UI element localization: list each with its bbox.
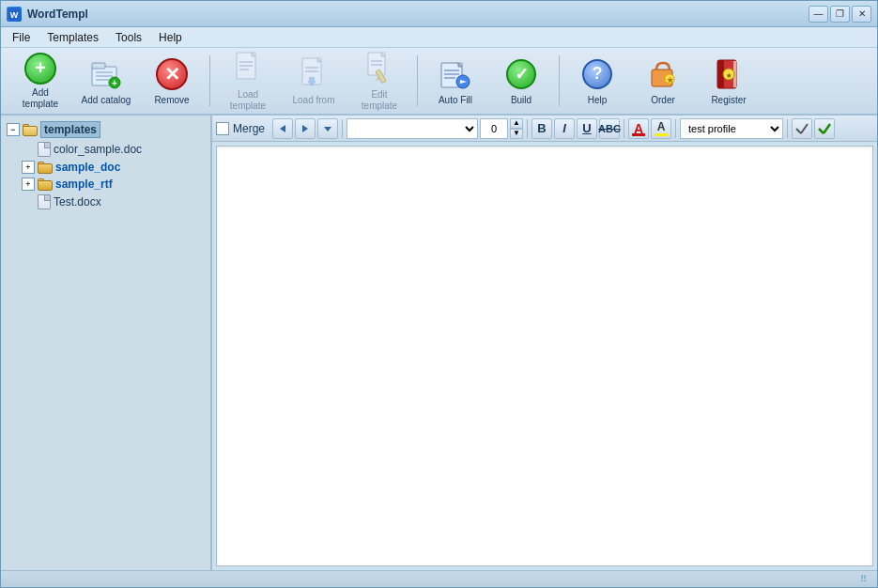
edit-template-label: Edit template — [352, 89, 407, 112]
svg-line-44 — [801, 124, 808, 133]
add-template-button[interactable]: + Add template — [8, 51, 72, 111]
tree-root-label: templates — [40, 121, 100, 138]
menu-file[interactable]: File — [5, 29, 38, 46]
menu-templates[interactable]: Templates — [39, 29, 106, 46]
remove-label: Remove — [154, 95, 189, 106]
tree-expand-sample-doc[interactable]: + — [22, 161, 35, 174]
font-select[interactable] — [347, 118, 478, 139]
resize-grip[interactable] — [860, 574, 871, 585]
minimize-button[interactable]: — — [809, 6, 828, 23]
title-bar-left: W WordTempl — [7, 7, 88, 22]
app-title: WordTempl — [27, 8, 88, 21]
merge-checkbox[interactable] — [216, 122, 229, 135]
nav-add-button[interactable] — [317, 118, 338, 139]
help-icon: ? — [579, 56, 615, 92]
add-template-label: Add template — [13, 87, 68, 110]
font-color-button[interactable]: A — [628, 118, 649, 139]
add-catalog-label: Add catalog — [82, 95, 131, 106]
folder-icon-sample-rtf — [38, 178, 53, 191]
menu-tools[interactable]: Tools — [108, 29, 149, 46]
auto-fill-button[interactable]: Auto Fill — [424, 51, 487, 111]
file-icon-test-docx — [38, 194, 51, 209]
svg-line-43 — [796, 129, 801, 133]
toolbar: + Add template + Add catalog — [1, 48, 877, 116]
highlight-button[interactable]: A — [651, 118, 671, 139]
tree-item-color-sample[interactable]: color_sample.doc — [20, 140, 207, 159]
build-button[interactable]: ✓ Build — [489, 51, 553, 111]
font-color-bar — [632, 133, 645, 136]
toolbar-sep-3 — [559, 55, 560, 106]
close-button[interactable]: ✕ — [852, 6, 871, 23]
highlight-icon: A — [657, 121, 666, 132]
size-up-button[interactable]: ▲ — [510, 118, 523, 129]
app-icon: W — [7, 7, 22, 22]
format-sep-3 — [624, 119, 624, 138]
menu-bar: File Templates Tools Help — [1, 27, 877, 48]
load-from-icon — [296, 56, 331, 92]
font-size-spinner: ▲ ▼ — [510, 118, 523, 139]
help-button[interactable]: ? Help — [565, 51, 629, 111]
merge-checkbox-group: Merge — [216, 122, 265, 135]
tree-label-sample-rtf: sample_rtf — [55, 178, 113, 191]
format-toolbar: Merge ▲ — [212, 116, 877, 142]
tree-label-test-docx: Test.docx — [54, 195, 101, 209]
tree-children: color_sample.doc + sample_doc + — [20, 140, 207, 211]
size-down-button[interactable]: ▼ — [510, 129, 523, 139]
register-icon: ★ — [711, 56, 747, 92]
underline-button[interactable]: U — [577, 118, 597, 139]
merge-label: Merge — [233, 122, 265, 135]
auto-fill-icon — [438, 56, 473, 92]
svg-text:+: + — [112, 78, 117, 88]
help-label: Help — [588, 95, 608, 106]
tree-label-color-sample: color_sample.doc — [54, 143, 142, 156]
tree-label-sample-doc: sample_doc — [55, 161, 120, 174]
file-icon-color-sample — [38, 142, 51, 157]
svg-text:★: ★ — [726, 71, 732, 78]
add-template-icon: + — [23, 53, 58, 85]
nav-prev-button[interactable] — [272, 118, 293, 139]
left-panel: − templates color_sample.doc + — [1, 116, 212, 570]
check-button[interactable] — [814, 118, 835, 139]
verify-button[interactable] — [792, 118, 812, 139]
main-window: W WordTempl — ❐ ✕ File Templates Tools H… — [0, 0, 878, 588]
toolbar-sep-1 — [209, 55, 210, 106]
tree-item-sample-doc[interactable]: + sample_doc — [20, 159, 207, 176]
tree-root[interactable]: − templates — [5, 119, 207, 140]
right-panel: Merge ▲ — [212, 116, 877, 570]
svg-marker-41 — [302, 125, 308, 132]
edit-content[interactable] — [216, 146, 873, 566]
load-template-button[interactable]: Load template — [216, 51, 280, 111]
tree-item-sample-rtf[interactable]: + sample_rtf — [20, 176, 207, 193]
register-button[interactable]: ★ Register — [697, 51, 761, 111]
tree-item-test-docx[interactable]: Test.docx — [20, 193, 207, 211]
tree-expand-sample-rtf[interactable]: + — [22, 178, 35, 191]
format-sep-2 — [527, 119, 528, 138]
edit-template-button[interactable]: Edit template — [347, 51, 411, 111]
remove-icon: ✕ — [154, 56, 190, 92]
status-bar — [1, 570, 877, 587]
load-from-button[interactable]: Load from — [282, 51, 346, 111]
profile-select[interactable]: test profile — [680, 118, 783, 139]
font-size-input[interactable] — [480, 118, 508, 139]
nav-next-button[interactable] — [295, 118, 316, 139]
menu-help[interactable]: Help — [151, 29, 190, 46]
build-icon: ✓ — [503, 56, 539, 92]
folder-icon-sample-doc — [38, 162, 53, 174]
add-catalog-button[interactable]: + Add catalog — [74, 51, 138, 111]
main-content: − templates color_sample.doc + — [1, 116, 877, 570]
load-template-label: Load template — [221, 89, 275, 112]
italic-button[interactable]: I — [554, 118, 575, 139]
highlight-bar — [655, 133, 668, 136]
strikethrough-button[interactable]: ABC — [599, 118, 620, 139]
restore-button[interactable]: ❐ — [830, 6, 850, 23]
toolbar-sep-2 — [417, 55, 418, 106]
format-sep-1 — [342, 119, 343, 138]
order-button[interactable]: ★ Order — [631, 51, 695, 111]
title-bar-controls: — ❐ ✕ — [809, 6, 871, 23]
auto-fill-label: Auto Fill — [439, 95, 472, 106]
svg-text:W: W — [10, 10, 19, 20]
bold-button[interactable]: B — [531, 118, 552, 139]
remove-button[interactable]: ✕ Remove — [140, 51, 204, 111]
build-label: Build — [511, 95, 531, 106]
tree-root-expand[interactable]: − — [7, 123, 20, 136]
